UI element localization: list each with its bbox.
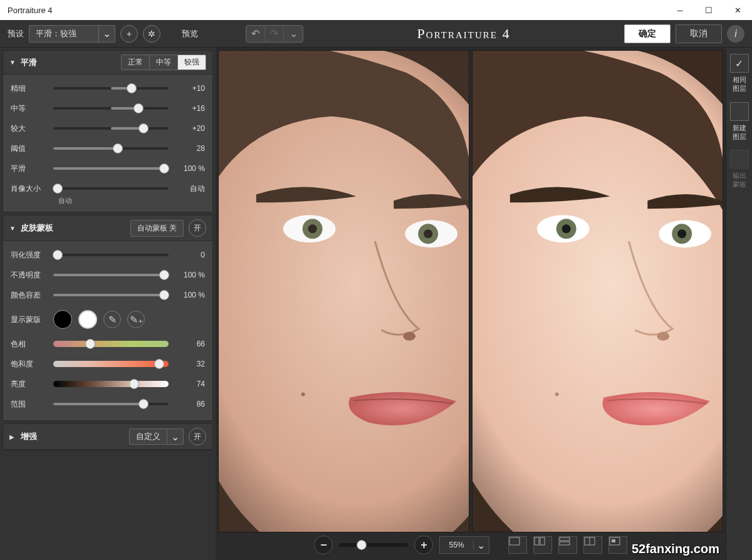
output-mask-button[interactable] [730, 150, 749, 169]
view-single-button[interactable] [508, 536, 527, 554]
preview-after[interactable] [472, 50, 723, 532]
slider-opacity: 不透明度 100 % [11, 265, 205, 285]
undo-button[interactable]: ↶ [246, 26, 265, 42]
svg-point-18 [657, 332, 669, 341]
watermark-text: 52fanxing.com [632, 542, 719, 556]
history-dropdown-button[interactable]: ⌄ [284, 26, 303, 42]
app-body: ▼ 平滑 正常 中等 较强 精细 +10 中等 [0, 48, 752, 560]
portrait-before-image [219, 51, 469, 532]
minus-icon: − [320, 539, 327, 552]
eyedropper-plus-icon: ✎₊ [130, 314, 143, 326]
preset-dropdown[interactable]: 平滑：较强 ⌄ [29, 25, 115, 43]
smoothing-level-segment: 正常 中等 较强 [122, 54, 206, 70]
slider-saturation: 饱和度 32 [11, 354, 205, 374]
slider-hue-track[interactable] [53, 338, 169, 350]
eyedropper-add-button[interactable]: ✎₊ [127, 311, 145, 328]
slider-large: 较大 +20 [11, 118, 205, 138]
preset-add-button[interactable]: + [120, 25, 138, 43]
slider-fine-track[interactable] [53, 83, 169, 94]
slider-lum-track[interactable] [53, 378, 169, 390]
mask-header[interactable]: ▼ 皮肤蒙板 自动蒙板 关 开 [3, 215, 212, 241]
preview-label: 预览 [182, 28, 198, 39]
controls-sidebar: ▼ 平滑 正常 中等 较强 精细 +10 中等 [0, 48, 216, 560]
smoothing-body: 精细 +10 中等 +16 较大 +20 阈值 [3, 75, 212, 212]
slider-medium-track[interactable] [53, 103, 169, 114]
svg-rect-24 [560, 542, 570, 545]
slider-opacity-track[interactable] [53, 269, 169, 281]
mask-on-button[interactable]: 开 [189, 219, 206, 237]
zoom-slider[interactable] [339, 543, 408, 547]
redo-button[interactable]: ↷ [265, 26, 284, 42]
svg-rect-23 [560, 537, 570, 541]
expand-icon: ▶ [9, 433, 16, 440]
collapse-icon: ▼ [9, 59, 16, 66]
new-layer-label: 新建 图层 [733, 123, 746, 142]
svg-point-14 [562, 224, 571, 233]
svg-point-4 [308, 224, 317, 233]
ok-button[interactable]: 确定 [624, 24, 671, 43]
slider-size-track[interactable] [53, 183, 169, 194]
eyedropper-button[interactable]: ✎ [103, 311, 121, 328]
preset-settings-button[interactable]: ✲ [143, 25, 160, 43]
enhance-on-button[interactable]: 开 [189, 428, 206, 445]
zoom-out-button[interactable]: − [314, 536, 333, 554]
plus-icon: + [420, 539, 427, 552]
auto-mask-button[interactable]: 自动蒙板 关 [130, 220, 184, 237]
zoom-in-button[interactable]: + [414, 536, 433, 554]
enhance-header[interactable]: ▶ 增强 自定义 ⌄ 开 [3, 424, 212, 450]
slider-range: 范围 86 [11, 394, 205, 414]
enhance-panel: ▶ 增强 自定义 ⌄ 开 [3, 423, 213, 450]
info-button[interactable]: i [727, 25, 744, 43]
view-overlay-button[interactable] [583, 536, 602, 554]
slider-threshold-track[interactable] [53, 143, 169, 154]
mask-white-swatch[interactable] [78, 310, 97, 329]
window-maximize-button[interactable]: ☐ [694, 0, 723, 20]
slider-smooth-track[interactable] [53, 163, 169, 174]
window-title: Portraiture 4 [8, 6, 53, 15]
enhance-preset-dropdown[interactable]: 自定义 ⌄ [129, 428, 184, 445]
same-layer-button[interactable]: ✓ [730, 54, 749, 73]
collapse-icon: ▼ [9, 225, 16, 232]
view-navigator-button[interactable] [608, 536, 627, 554]
brand-title: Portraiture 4 [308, 26, 619, 42]
eyedropper-icon: ✎ [108, 314, 117, 326]
mask-black-swatch[interactable] [53, 310, 72, 329]
preview-before[interactable] [218, 50, 469, 532]
preview-area: − + 55% ⌄ 52fanxing.com [216, 48, 726, 560]
chevron-down-icon: ⌄ [474, 539, 489, 551]
smoothing-title: 平滑 [21, 57, 117, 68]
zoom-dropdown[interactable]: 55% ⌄ [439, 536, 489, 554]
slider-hue: 色相 66 [11, 334, 205, 354]
window-close-button[interactable]: ✕ [723, 0, 752, 20]
plus-icon: + [127, 29, 132, 39]
new-layer-button[interactable] [730, 102, 749, 121]
output-sidebar: ✓ 相同 图层 新建 图层 输出 蒙板 [726, 48, 752, 560]
slider-latitude-track[interactable] [53, 289, 169, 301]
cancel-button[interactable]: 取消 [676, 24, 722, 43]
slider-large-track[interactable] [53, 123, 169, 134]
window-minimize-button[interactable]: ─ [666, 0, 694, 20]
zoom-value: 55% [440, 541, 473, 549]
redo-icon: ↷ [270, 28, 278, 39]
smoothing-header[interactable]: ▼ 平滑 正常 中等 较强 [3, 51, 212, 75]
slider-smooth: 平滑 100 % [11, 158, 205, 179]
chevron-down-icon: ⌄ [98, 26, 115, 42]
preset-label: 预设 [8, 28, 24, 39]
slider-sat-track[interactable] [53, 358, 169, 370]
level-medium-button[interactable]: 中等 [149, 54, 178, 70]
chevron-down-icon: ⌄ [167, 428, 183, 445]
show-mask-row: 显示蒙版 ✎ ✎₊ [11, 305, 205, 334]
svg-point-9 [301, 393, 305, 397]
output-mask-label: 输出 蒙板 [733, 171, 746, 189]
svg-rect-22 [540, 537, 545, 545]
slider-feather-track[interactable] [53, 249, 169, 261]
mask-panel: ▼ 皮肤蒙板 自动蒙板 关 开 羽化强度 0 不透明度 100 % [3, 215, 213, 421]
svg-point-8 [403, 332, 415, 341]
level-strong-button[interactable]: 较强 [177, 54, 206, 70]
slider-range-track[interactable] [53, 398, 169, 410]
view-split-v-button[interactable] [533, 536, 552, 554]
svg-rect-28 [612, 539, 615, 542]
level-normal-button[interactable]: 正常 [121, 54, 150, 70]
view-split-h-button[interactable] [558, 536, 577, 554]
svg-point-17 [677, 229, 686, 238]
